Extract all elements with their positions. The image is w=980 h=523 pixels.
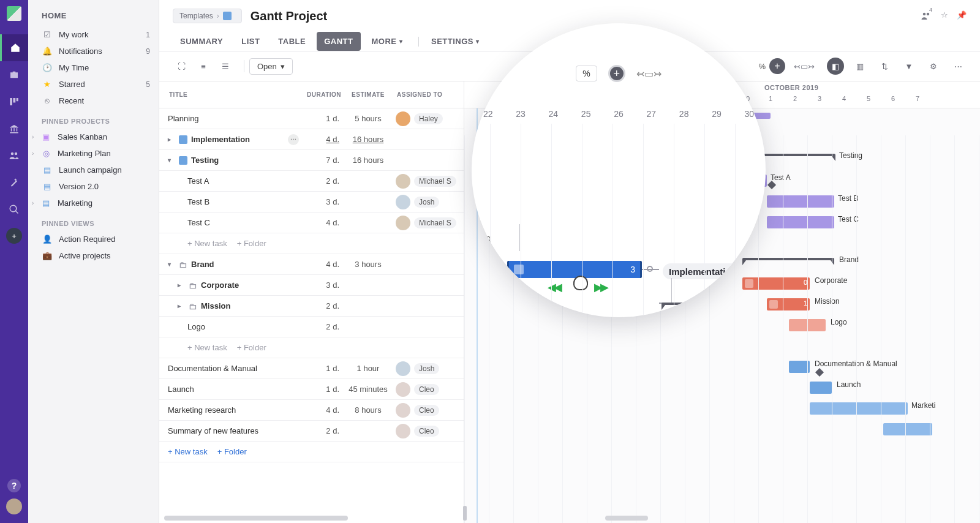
filter-rows-icon[interactable]: ☰ (217, 58, 234, 75)
zoom-percent[interactable]: % (758, 62, 766, 71)
gantt-scroll-thumb[interactable] (605, 516, 648, 521)
add-task-link[interactable]: + New task (187, 343, 227, 352)
sidebar-item-notifications[interactable]: 🔔 Notifications 9 (28, 43, 159, 59)
table-row[interactable]: ▸Implementation⋯4 d.16 hours (159, 129, 464, 150)
caret-icon[interactable]: ▾ (168, 157, 176, 164)
share-button[interactable]: 4 (921, 10, 932, 21)
row-more-icon[interactable]: ⋯ (288, 134, 299, 145)
collapse-tool-icon[interactable]: ≡ (195, 58, 212, 75)
bar-summary[interactable] (883, 423, 932, 435)
rail-add-button[interactable]: + (6, 228, 22, 244)
tab-settings[interactable]: SETTINGS▾ (424, 32, 487, 51)
sidebar-item-mytime[interactable]: 🕑 My Time (28, 59, 159, 76)
tab-more[interactable]: MORE▾ (364, 32, 410, 51)
table-row[interactable]: Logo2 d. (159, 317, 464, 337)
sidebar-item-mywork[interactable]: ☑ My work 1 (28, 26, 159, 43)
add-folder-link[interactable]: + Folder (237, 343, 266, 352)
assignee-label: Michael S (414, 217, 456, 228)
table-row[interactable]: Marketing research4 d.8 hoursCleo (159, 400, 464, 421)
bar-mission[interactable]: 1 (767, 298, 810, 310)
open-dropdown[interactable]: Open▾ (249, 58, 293, 75)
sidebar-item-recent[interactable]: ⎋ Recent (28, 92, 159, 109)
table-row[interactable]: ▾Testing7 d.16 hours (159, 150, 464, 171)
bracket-brand[interactable] (742, 258, 834, 263)
caret-icon[interactable]: ▸ (168, 136, 176, 143)
table-row[interactable]: Test C4 d.Michael S (159, 213, 464, 233)
sort-icon[interactable]: ⇅ (876, 58, 893, 75)
columns-icon[interactable]: ▥ (851, 58, 869, 75)
gear-icon[interactable]: ⚙ (925, 58, 942, 75)
tab-gantt[interactable]: GANTT (317, 32, 360, 51)
table-header: TITLE DURATION ESTIMATE ASSIGNED TO (159, 81, 464, 108)
tab-summary[interactable]: SUMMARY (173, 32, 230, 51)
table-scroll-thumb[interactable] (164, 516, 348, 521)
add-task-link[interactable]: + New task (187, 239, 227, 248)
caret-icon[interactable]: › (32, 134, 40, 140)
zoom-task-bar[interactable]: 3 (507, 261, 642, 278)
table-row[interactable]: ▸🗀Mission2 d. (159, 296, 464, 317)
bar-mkt[interactable] (810, 402, 908, 415)
caret-icon[interactable]: › (32, 200, 40, 206)
table-row[interactable]: Test A2 d.Michael S (159, 171, 464, 192)
zoom-add-button[interactable]: + (608, 65, 625, 82)
add-folder-link[interactable]: + Folder (237, 239, 266, 248)
zoom-autofit-icon[interactable]: ↢▭↣ (636, 68, 662, 80)
task-table: TITLE DURATION ESTIMATE ASSIGNED TO Plan… (159, 81, 464, 523)
sidebar-project-version[interactable]: ▤ Version 2.0 (28, 178, 159, 195)
table-row[interactable]: Planning1 d.5 hoursHaley (159, 108, 464, 129)
duration-cell: 4 d. (304, 260, 344, 269)
caret-icon[interactable]: ▸ (178, 282, 186, 288)
add-folder-link[interactable]: + Folder (217, 447, 247, 456)
table-row[interactable]: Summary of new features2 d.Cleo (159, 421, 464, 442)
rail-search-icon[interactable] (0, 196, 28, 223)
tab-table[interactable]: TABLE (271, 32, 313, 51)
folder-icon: 🗀 (189, 281, 197, 290)
star-button[interactable]: ☆ (941, 10, 948, 21)
pin-button[interactable]: 📌 (957, 10, 967, 21)
panel-toggle-icon[interactable]: ◧ (827, 58, 844, 75)
sidebar-item-starred[interactable]: ★ Starred 5 (28, 76, 159, 92)
bar-launch[interactable] (810, 382, 832, 394)
add-task-round-button[interactable]: + (769, 58, 785, 74)
sidebar-project-saleskanban[interactable]: › ▣ Sales Kanban (28, 129, 159, 145)
left-rail: + ? (0, 0, 28, 523)
sidebar-view-active[interactable]: 💼 Active projects (28, 247, 159, 264)
estimate-cell: 1 hour (344, 364, 392, 373)
zoom-detail-overlay: % + ↢▭↣ 222324252627282930 ing 3 Impleme… (472, 23, 766, 317)
sidebar-project-marketingplan[interactable]: › ◎ Marketing Plan (28, 145, 159, 162)
more-icon[interactable]: ⋯ (949, 58, 967, 75)
auto-fit-icon[interactable]: ↢▭↣ (794, 62, 815, 71)
rail-help-icon[interactable]: ? (7, 479, 21, 492)
caret-icon[interactable]: ▸ (178, 303, 186, 309)
filter-icon[interactable]: ▼ (900, 58, 918, 75)
sidebar-project-launch[interactable]: ▤ Launch campaign (28, 162, 159, 178)
add-task-link[interactable]: + New task (168, 447, 208, 456)
rail-board-icon[interactable] (0, 88, 28, 115)
caret-icon[interactable]: › (32, 150, 40, 157)
duration-cell: 2 d. (304, 176, 344, 186)
rail-user-avatar[interactable] (6, 499, 22, 514)
pane-splitter[interactable] (463, 108, 467, 523)
sidebar-project-marketing[interactable]: › ▤ Marketing (28, 195, 159, 211)
zoom-percent-pill[interactable]: % (576, 66, 597, 81)
bar-testb[interactable] (767, 195, 834, 208)
bar-doc[interactable] (789, 361, 810, 373)
breadcrumb[interactable]: Templates › (173, 9, 242, 23)
rail-bank-icon[interactable] (0, 115, 28, 142)
rail-briefcase-icon[interactable] (0, 61, 28, 88)
caret-icon[interactable]: ▾ (168, 261, 176, 268)
table-row[interactable]: ▾🗀Brand4 d.3 hours (159, 254, 464, 275)
bar-testc[interactable] (767, 216, 834, 228)
rail-people-icon[interactable] (0, 142, 28, 169)
sidebar-view-action[interactable]: 👤 Action Required (28, 231, 159, 247)
rail-home-icon[interactable] (0, 34, 28, 61)
table-row[interactable]: Documentation & Manual1 d.1 hourJosh (159, 358, 464, 379)
table-row[interactable]: Launch1 d.45 minutesCleo (159, 379, 464, 400)
expand-tool-icon[interactable]: ⛶ (173, 58, 190, 75)
table-row[interactable]: ▸🗀Corporate3 d. (159, 275, 464, 296)
table-row[interactable]: Test B3 d.Josh (159, 192, 464, 213)
bar-corporate[interactable]: 0 (742, 277, 810, 290)
assignee-cell: Michael S (392, 174, 464, 189)
rail-wand-icon[interactable] (0, 169, 28, 196)
tab-list[interactable]: LIST (234, 32, 267, 51)
